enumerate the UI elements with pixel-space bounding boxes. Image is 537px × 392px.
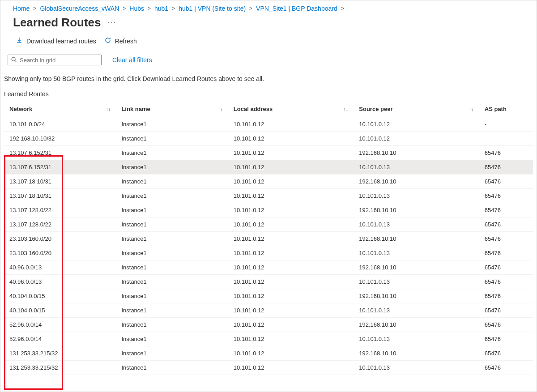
refresh-icon — [104, 37, 111, 45]
cell-local: 10.101.0.12 — [228, 318, 354, 332]
table-row[interactable]: 13.107.18.10/31Instance110.101.0.12192.1… — [4, 175, 533, 189]
chevron-right-icon: > — [122, 5, 127, 12]
cell-local: 10.101.0.12 — [228, 260, 354, 275]
table-row[interactable]: 131.253.33.215/32Instance110.101.0.1210.… — [4, 361, 533, 375]
table-row[interactable]: 13.107.128.0/22Instance110.101.0.1210.10… — [4, 217, 533, 232]
cell-as: 65476 — [479, 303, 533, 318]
cell-local: 10.101.0.12 — [228, 289, 354, 303]
column-header-source-peer[interactable]: Source peer↑↓ — [354, 101, 479, 117]
cell-local: 10.101.0.12 — [228, 132, 354, 146]
cell-network: 13.107.128.0/22 — [4, 217, 116, 232]
cell-peer: 10.101.0.12 — [354, 117, 479, 132]
refresh-button[interactable]: Refresh — [104, 37, 137, 45]
cell-peer: 10.101.0.13 — [354, 332, 479, 346]
sort-icon: ↑↓ — [102, 107, 111, 112]
refresh-label: Refresh — [115, 38, 137, 45]
search-input-wrap[interactable] — [8, 55, 102, 65]
cell-network: 131.253.33.215/32 — [4, 346, 116, 361]
learned-routes-table: Network↑↓ Link name↑↓ Local address↑↓ So… — [4, 101, 533, 375]
breadcrumb: Home>GlobalSecureAccess_vWAN>Hubs>hub1>h… — [0, 0, 537, 12]
cell-link: Instance1 — [116, 361, 228, 375]
cell-local: 10.101.0.12 — [228, 203, 354, 217]
cell-link: Instance1 — [116, 189, 228, 203]
table-row[interactable]: 13.107.18.10/31Instance110.101.0.1210.10… — [4, 189, 533, 203]
breadcrumb-link[interactable]: Hubs — [129, 5, 144, 12]
clear-all-filters-link[interactable]: Clear all filters — [112, 56, 152, 64]
table-row[interactable]: 40.96.0.0/13Instance110.101.0.12192.168.… — [4, 260, 533, 275]
cell-as: 65476 — [479, 289, 533, 303]
table-row[interactable]: 52.96.0.0/14Instance110.101.0.1210.101.0… — [4, 332, 533, 346]
cell-link: Instance1 — [116, 246, 228, 260]
cell-link: Instance1 — [116, 289, 228, 303]
cell-as: 65476 — [479, 232, 533, 246]
cell-network: 13.107.18.10/31 — [4, 175, 116, 189]
table-row[interactable]: 40.104.0.0/15Instance110.101.0.1210.101.… — [4, 303, 533, 318]
table-row[interactable]: 13.107.128.0/22Instance110.101.0.12192.1… — [4, 203, 533, 217]
cell-network: 192.168.10.10/32 — [4, 132, 116, 146]
column-header-as-path[interactable]: AS path — [479, 101, 533, 117]
column-header-local-address[interactable]: Local address↑↓ — [228, 101, 354, 117]
cell-link: Instance1 — [116, 132, 228, 146]
breadcrumb-link[interactable]: GlobalSecureAccess_vWAN — [40, 5, 119, 12]
breadcrumb-link[interactable]: hub1 — [154, 5, 168, 12]
page-title: Learned Routes — [13, 16, 101, 30]
table-row[interactable]: 23.103.160.0/20Instance110.101.0.12192.1… — [4, 232, 533, 246]
table-row[interactable]: 10.101.0.0/24Instance110.101.0.1210.101.… — [4, 117, 533, 132]
cell-as: 65476 — [479, 275, 533, 289]
table-row[interactable]: 192.168.10.10/32Instance110.101.0.1210.1… — [4, 132, 533, 146]
cell-network: 13.107.128.0/22 — [4, 203, 116, 217]
cell-peer: 10.101.0.13 — [354, 246, 479, 260]
cell-link: Instance1 — [116, 217, 228, 232]
table-row[interactable]: 40.104.0.0/15Instance110.101.0.12192.168… — [4, 289, 533, 303]
cell-local: 10.101.0.12 — [228, 275, 354, 289]
cell-network: 10.101.0.0/24 — [4, 117, 116, 132]
cell-as: 65476 — [479, 318, 533, 332]
cell-link: Instance1 — [116, 260, 228, 275]
table-row[interactable]: 13.107.6.152/31Instance110.101.0.1210.10… — [4, 160, 533, 175]
breadcrumb-link[interactable]: VPN_Site1 | BGP Dashboard — [256, 5, 337, 12]
download-learned-routes-button[interactable]: Download learned routes — [16, 37, 96, 45]
breadcrumb-link[interactable]: Home — [13, 5, 30, 12]
cell-local: 10.101.0.12 — [228, 361, 354, 375]
column-header-network[interactable]: Network↑↓ — [4, 101, 116, 117]
search-icon — [11, 56, 17, 64]
table-row[interactable]: 23.103.160.0/20Instance110.101.0.1210.10… — [4, 246, 533, 260]
table-row[interactable]: 13.107.6.152/31Instance110.101.0.12192.1… — [4, 146, 533, 160]
table-row[interactable]: 131.253.33.215/32Instance110.101.0.12192… — [4, 346, 533, 361]
breadcrumb-link[interactable]: hub1 | VPN (Site to site) — [179, 5, 246, 12]
cell-link: Instance1 — [116, 175, 228, 189]
cell-network: 40.96.0.0/13 — [4, 260, 116, 275]
cell-as: 65476 — [479, 160, 533, 175]
cell-local: 10.101.0.12 — [228, 175, 354, 189]
more-menu-button[interactable]: ··· — [107, 18, 117, 27]
download-icon — [16, 37, 23, 45]
cell-link: Instance1 — [116, 346, 228, 361]
cell-as: 65476 — [479, 175, 533, 189]
table-row[interactable]: 40.96.0.0/13Instance110.101.0.1210.101.0… — [4, 275, 533, 289]
cell-network: 40.96.0.0/13 — [4, 275, 116, 289]
search-input[interactable] — [17, 56, 98, 64]
command-bar: Download learned routes Refresh — [0, 34, 537, 50]
grid-info-text: Showing only top 50 BGP routes in the gr… — [0, 68, 537, 82]
cell-peer: 192.168.10.10 — [354, 203, 479, 217]
chevron-right-icon: > — [32, 5, 37, 12]
table-row[interactable]: 52.96.0.0/14Instance110.101.0.12192.168.… — [4, 318, 533, 332]
cell-local: 10.101.0.12 — [228, 160, 354, 175]
sort-icon: ↑↓ — [465, 107, 474, 112]
cell-network: 23.103.160.0/20 — [4, 246, 116, 260]
column-header-link-name[interactable]: Link name↑↓ — [116, 101, 228, 117]
cell-peer: 192.168.10.10 — [354, 175, 479, 189]
table-title: Learned Routes — [4, 90, 533, 98]
cell-link: Instance1 — [116, 318, 228, 332]
cell-local: 10.101.0.12 — [228, 217, 354, 232]
download-label: Download learned routes — [26, 38, 96, 45]
cell-as: 65476 — [479, 346, 533, 361]
cell-link: Instance1 — [116, 303, 228, 318]
sort-icon: ↑↓ — [340, 107, 348, 112]
cell-peer: 192.168.10.10 — [354, 232, 479, 246]
cell-network: 40.104.0.0/15 — [4, 289, 116, 303]
cell-peer: 192.168.10.10 — [354, 289, 479, 303]
cell-local: 10.101.0.12 — [228, 232, 354, 246]
cell-as: 65476 — [479, 189, 533, 203]
sort-icon: ↑↓ — [214, 107, 223, 112]
